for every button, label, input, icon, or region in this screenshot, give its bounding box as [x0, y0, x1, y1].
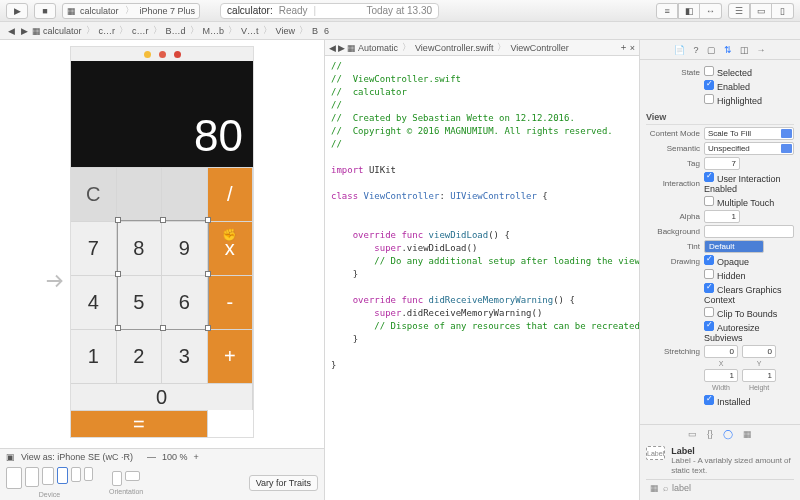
- hidden-checkbox[interactable]: [704, 269, 714, 279]
- jump-file[interactable]: ViewController.swift: [415, 43, 493, 53]
- selection-handle[interactable]: [205, 325, 211, 331]
- selection-handle[interactable]: [115, 271, 121, 277]
- stretch-x-stepper[interactable]: 0: [704, 345, 738, 358]
- selection-handle[interactable]: [205, 271, 211, 277]
- device-thumb[interactable]: [42, 467, 54, 485]
- code-snippet-lib-icon[interactable]: {}: [707, 429, 713, 439]
- size-inspector-tab-icon[interactable]: ◫: [740, 45, 749, 55]
- uie-checkbox[interactable]: [704, 172, 714, 182]
- history-back-button[interactable]: ◀: [329, 43, 336, 53]
- device-thumb[interactable]: [6, 467, 22, 489]
- jumpbar-item-4[interactable]: M…b: [203, 26, 225, 36]
- view-as-label[interactable]: View as: iPhone SE (wC ·R): [21, 452, 133, 462]
- ctb-checkbox[interactable]: [704, 307, 714, 317]
- calc-key-plus[interactable]: +: [208, 329, 254, 383]
- state-highlighted-checkbox[interactable]: [704, 94, 714, 104]
- zoom-level[interactable]: 100 %: [162, 452, 188, 462]
- calc-key-equals[interactable]: =: [71, 410, 208, 437]
- selection-handle[interactable]: [160, 325, 166, 331]
- jump-mode[interactable]: Automatic: [358, 43, 398, 53]
- selection-handle[interactable]: [115, 217, 121, 223]
- close-editor-button[interactable]: ×: [630, 43, 635, 53]
- device-thumb[interactable]: [71, 467, 81, 482]
- alpha-stepper[interactable]: 1: [704, 210, 740, 223]
- toggle-navigator-button[interactable]: ☰: [728, 3, 750, 19]
- autoresize-checkbox[interactable]: [704, 321, 714, 331]
- calc-key-7[interactable]: 7: [71, 221, 117, 275]
- grid-list-toggle-icon[interactable]: ▦: [650, 483, 659, 493]
- identity-inspector-tab-icon[interactable]: ▢: [707, 45, 716, 55]
- stretch-w-stepper[interactable]: 1: [704, 369, 738, 382]
- opaque-checkbox[interactable]: [704, 255, 714, 265]
- ib-canvas[interactable]: 80 C / 7 8 9 x ✊: [0, 40, 324, 448]
- history-fwd-button[interactable]: ▶: [338, 43, 345, 53]
- calc-key-0[interactable]: 0: [71, 383, 253, 410]
- run-button[interactable]: ▶: [6, 3, 28, 19]
- jumpbar-item-3[interactable]: B…d: [166, 26, 186, 36]
- assistant-editor-button[interactable]: ◧: [678, 3, 700, 19]
- stretch-h-stepper[interactable]: 1: [742, 369, 776, 382]
- selection-handle[interactable]: [160, 217, 166, 223]
- jumpbar-item-7[interactable]: B: [312, 26, 318, 36]
- semantic-combo[interactable]: Unspecified: [704, 142, 794, 155]
- jumpbar-item-6[interactable]: View: [276, 26, 295, 36]
- jumpbar-item-8[interactable]: 6: [324, 26, 329, 36]
- toggle-debug-button[interactable]: ▭: [750, 3, 772, 19]
- calc-key-blank[interactable]: [117, 167, 163, 221]
- connections-inspector-tab-icon[interactable]: →: [757, 45, 766, 55]
- calc-key-minus[interactable]: -: [208, 275, 254, 329]
- source-code[interactable]: // // ViewController.swift // calculator…: [325, 56, 639, 500]
- editor-jump-bar[interactable]: ◀ ▶ ▦ Automatic〉 ViewController.swift〉 V…: [325, 40, 639, 56]
- state-enabled-checkbox[interactable]: [704, 80, 714, 90]
- selection-handle[interactable]: [205, 217, 211, 223]
- library-search[interactable]: ▦ ⌕ label: [646, 479, 794, 496]
- jumpbar-item-5[interactable]: V…t: [241, 26, 259, 36]
- state-selected-checkbox[interactable]: [704, 66, 714, 76]
- orientation-landscape[interactable]: [125, 471, 140, 481]
- device-thumb-selected[interactable]: [57, 467, 68, 484]
- history-back-button[interactable]: ◀: [6, 26, 17, 36]
- installed-checkbox[interactable]: [704, 395, 714, 405]
- vary-for-traits-button[interactable]: Vary for Traits: [249, 475, 318, 491]
- cgc-checkbox[interactable]: [704, 283, 714, 293]
- calc-key-4[interactable]: 4: [71, 275, 117, 329]
- stop-button[interactable]: ■: [34, 3, 56, 19]
- multitouch-checkbox[interactable]: [704, 196, 714, 206]
- standard-editor-button[interactable]: ≡: [656, 3, 678, 19]
- jumpbar-item-0[interactable]: calculator: [43, 26, 82, 36]
- calc-key-1[interactable]: 1: [71, 329, 117, 383]
- calc-key-blank[interactable]: [162, 167, 208, 221]
- help-inspector-tab-icon[interactable]: ?: [693, 45, 698, 55]
- disclosure-icon[interactable]: ▣: [6, 452, 15, 462]
- background-color-well[interactable]: [704, 225, 794, 238]
- attributes-inspector-tab-icon[interactable]: ⇅: [724, 45, 732, 55]
- object-lib-icon[interactable]: ◯: [723, 429, 733, 439]
- jump-symbol[interactable]: ViewController: [510, 43, 568, 53]
- device-thumb[interactable]: [25, 467, 39, 487]
- selection-handle[interactable]: [115, 325, 121, 331]
- counterparts-icon[interactable]: ▦: [347, 43, 356, 53]
- stretch-y-stepper[interactable]: 0: [742, 345, 776, 358]
- device-thumb[interactable]: [84, 467, 93, 481]
- file-inspector-tab-icon[interactable]: 📄: [674, 45, 685, 55]
- calc-key-c[interactable]: C: [71, 167, 117, 221]
- calc-key-multiply[interactable]: x ✊: [208, 221, 254, 275]
- scheme-selector[interactable]: ▦ calculator 〉 iPhone 7 Plus: [62, 3, 200, 19]
- media-lib-icon[interactable]: ▦: [743, 429, 752, 439]
- library-item[interactable]: Label Label Label - A variably sized amo…: [646, 443, 794, 479]
- content-mode-combo[interactable]: Scale To Fill: [704, 127, 794, 140]
- calc-key-2[interactable]: 2: [117, 329, 163, 383]
- tag-stepper[interactable]: 7: [704, 157, 740, 170]
- toggle-inspector-button[interactable]: ▯: [772, 3, 794, 19]
- scene-header[interactable]: [71, 47, 253, 61]
- orientation-portrait[interactable]: [112, 471, 122, 486]
- jumpbar-item-2[interactable]: c…r: [132, 26, 149, 36]
- add-editor-button[interactable]: ＋: [619, 41, 628, 54]
- version-editor-button[interactable]: ↔: [700, 3, 722, 19]
- file-template-lib-icon[interactable]: ▭: [688, 429, 697, 439]
- history-fwd-button[interactable]: ▶: [19, 26, 30, 36]
- jumpbar-item-1[interactable]: c…r: [99, 26, 116, 36]
- calc-key-3[interactable]: 3: [162, 329, 208, 383]
- calc-key-divide[interactable]: /: [208, 167, 254, 221]
- tint-color-well[interactable]: Default: [704, 240, 764, 253]
